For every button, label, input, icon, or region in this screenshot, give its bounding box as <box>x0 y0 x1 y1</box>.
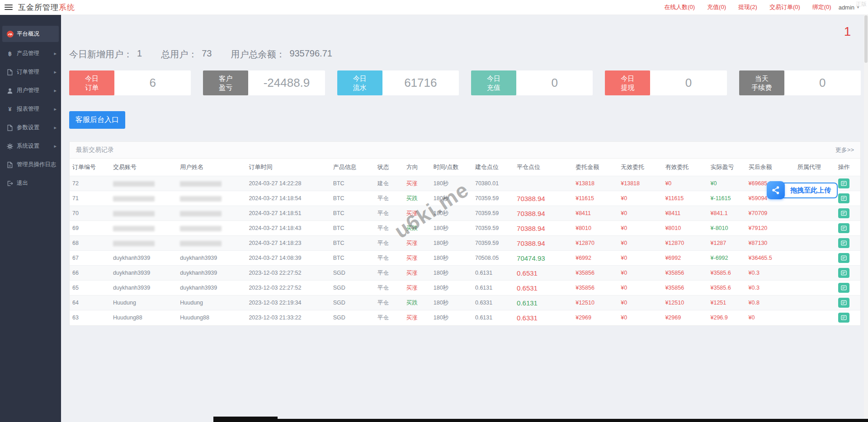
cell-agent <box>795 266 835 281</box>
row-detail-button[interactable] <box>838 193 849 203</box>
row-detail-button[interactable] <box>838 268 849 278</box>
row-detail-button[interactable] <box>838 208 849 218</box>
topbar-menu-item[interactable]: 充值(0) <box>707 3 726 11</box>
cell-balance-after: ¥0.3 <box>746 266 795 281</box>
redacted-text <box>113 181 155 187</box>
cell-action <box>835 310 860 325</box>
row-detail-button[interactable] <box>838 298 849 308</box>
panel-title: 最新交易记录 <box>76 146 114 154</box>
cell-account <box>110 206 177 221</box>
cell-open-price: 70359.59 <box>472 236 514 251</box>
cell-order-time: 2024-03-27 14:22:28 <box>246 176 330 191</box>
column-header: 委托金额 <box>573 159 618 176</box>
cell-open-price: 70359.59 <box>472 191 514 206</box>
column-header: 所属代理 <box>795 159 835 176</box>
sidebar-item-label: 参数设置 <box>17 124 54 131</box>
topbar-menu-item[interactable]: 提现(2) <box>738 3 757 11</box>
cell-profit: ¥-11615 <box>708 191 746 206</box>
bottom-bar <box>213 419 868 422</box>
stat-label: 今日新增用户： <box>69 48 132 61</box>
cell-action <box>835 236 860 251</box>
cell-profit: ¥0 <box>708 176 746 191</box>
more-link[interactable]: 更多>> <box>835 146 854 154</box>
cell-agent <box>795 281 835 295</box>
sidebar-item-label: 产品管理 <box>17 50 54 57</box>
sidebar-item-label: 管理员操作日志 <box>17 161 57 169</box>
table-row: 64HuudungHuudung2023-12-03 22:19:34SGD平仓… <box>70 295 860 310</box>
sidebar-item-products[interactable]: ฿产品管理▸ <box>0 44 61 63</box>
sidebar-item-system[interactable]: 系统设置▸ <box>0 137 61 155</box>
row-detail-button[interactable] <box>838 223 849 233</box>
cell-product: BTC <box>330 176 375 191</box>
row-detail-button[interactable] <box>838 238 849 248</box>
main-content: 1 今日新增用户：1总用户：73用户总余额：935796.71 今日订单6客户盈… <box>61 15 868 422</box>
cell-status: 平仓 <box>375 191 404 206</box>
cell-duration: 180秒 <box>431 295 472 310</box>
hamburger-menu-icon[interactable] <box>5 5 13 10</box>
stat-label: 用户总余额： <box>231 48 285 61</box>
cell-status: 平仓 <box>375 266 404 281</box>
sidebar-item-reports[interactable]: ¥报表管理▸ <box>0 100 61 118</box>
card-label: 今日流水 <box>337 70 382 95</box>
cell-user-name <box>177 191 246 206</box>
row-detail-button[interactable] <box>838 283 849 293</box>
cell-balance-after: ¥79120 <box>746 221 795 236</box>
cell-entrust-amount: ¥6992 <box>573 251 618 266</box>
cell-valid-entrust: ¥8411 <box>662 206 708 221</box>
cell-product: BTC <box>330 251 375 266</box>
redacted-text <box>180 181 222 187</box>
cell-account <box>110 191 177 206</box>
row-detail-button[interactable] <box>838 253 849 263</box>
cell-account: Huudung88 <box>110 310 177 325</box>
app-title: 互金所管理系统 <box>18 2 75 13</box>
cell-balance-after: ¥87130 <box>746 236 795 251</box>
customer-service-backend-button[interactable]: 客服后台入口 <box>69 111 125 129</box>
column-header: 时间/点数 <box>431 159 472 176</box>
row-detail-button[interactable] <box>838 178 849 188</box>
cell-invalid-entrust: ¥0 <box>618 221 662 236</box>
column-header: 有效委托 <box>662 159 708 176</box>
row-detail-button[interactable] <box>838 313 849 323</box>
stats-row: 今日新增用户：1总用户：73用户总余额：935796.71 <box>69 48 868 61</box>
sidebar-item-orders[interactable]: 订单管理▸ <box>0 63 61 81</box>
column-header: 无效委托 <box>618 159 662 176</box>
scrollbar-thumb[interactable] <box>864 15 868 63</box>
topbar-menu: 在线人数(0)充值(0)提现(2)交易订单(0)绑定(0) <box>664 3 838 11</box>
cell-order-time: 2023-12-03 22:19:34 <box>246 295 330 310</box>
cell-valid-entrust: ¥2969 <box>662 310 708 325</box>
cell-user-name: Huudung <box>177 295 246 310</box>
cell-valid-entrust: ¥6992 <box>662 251 708 266</box>
cell-order-id: 63 <box>70 310 110 325</box>
stat-card-customer-pnl: 客户盈亏-24488.9 <box>203 70 325 95</box>
cell-product: BTC <box>330 191 375 206</box>
sidebar-item-params[interactable]: 参数设置▸ <box>0 118 61 137</box>
topbar-menu-item[interactable]: 绑定(0) <box>812 3 831 11</box>
vertical-scrollbar[interactable] <box>864 15 868 418</box>
cell-entrust-amount: ¥12870 <box>573 236 618 251</box>
topbar-menu-item[interactable]: 交易订单(0) <box>769 3 800 11</box>
cell-agent <box>795 236 835 251</box>
cell-order-id: 67 <box>70 251 110 266</box>
cell-balance-after: ¥0 <box>746 310 795 325</box>
sidebar-menu: 平台概况฿产品管理▸订单管理▸用户管理▸¥报表管理▸参数设置▸系统设置▸管理员操… <box>0 26 61 192</box>
sidebar-item-admin-log[interactable]: 管理员操作日志 <box>0 155 61 174</box>
drag-upload-widget[interactable]: 拖拽至此上传 <box>767 181 838 199</box>
sidebar-item-users[interactable]: 用户管理▸ <box>0 81 61 100</box>
redacted-text <box>180 196 222 202</box>
column-header: 交易账号 <box>110 159 177 176</box>
table-row: 702024-03-27 14:18:51BTC平仓买涨180秒70359.59… <box>70 206 860 221</box>
sidebar-item-overview[interactable]: 平台概况 <box>2 26 59 42</box>
stat-card-today-turnover: 今日流水61716 <box>337 70 459 95</box>
table-row: 66duykhanh3939duykhanh39392023-12-03 22:… <box>70 266 860 281</box>
sidebar-item-logout[interactable]: 退出 <box>0 174 61 192</box>
stat-card-today-withdraw: 今日提现0 <box>605 70 726 95</box>
cell-valid-entrust: ¥0 <box>662 176 708 191</box>
cell-invalid-entrust: ¥0 <box>618 281 662 295</box>
cell-profit: ¥841.1 <box>708 206 746 221</box>
cell-close-price: 70474.93 <box>514 251 573 266</box>
topbar-menu-item[interactable]: 在线人数(0) <box>664 3 695 11</box>
cell-order-id: 72 <box>70 176 110 191</box>
gauge-icon <box>7 31 17 38</box>
cell-action <box>835 295 860 310</box>
cell-open-price: 0.6131 <box>472 266 514 281</box>
